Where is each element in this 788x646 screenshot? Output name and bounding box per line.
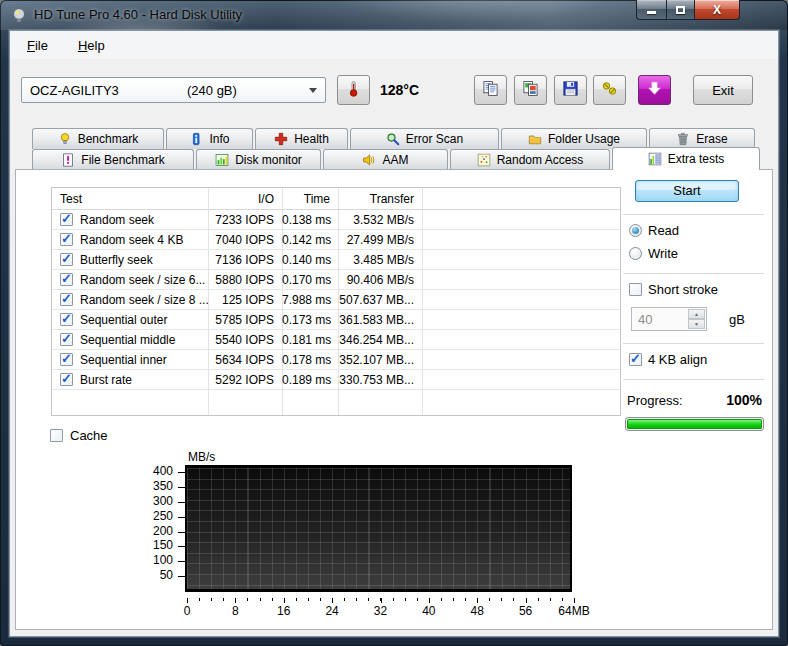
write-radio[interactable]: [629, 247, 642, 260]
minimize-button[interactable]: [636, 0, 666, 20]
column-header-transfer[interactable]: Transfer: [338, 192, 422, 206]
menu-file[interactable]: File: [19, 35, 56, 56]
transfer-value: 330.753 MB...: [338, 373, 422, 387]
x-tick-mark: [332, 598, 333, 603]
short-stroke-checkbox[interactable]: [629, 283, 642, 296]
tab-folder-usage[interactable]: Folder Usage: [501, 128, 647, 149]
spin-down-icon[interactable]: ▼: [688, 319, 705, 329]
x-minor-tick: [550, 598, 551, 601]
tab-file-benchmark[interactable]: File Benchmark: [32, 149, 194, 170]
row-checkbox[interactable]: [60, 253, 73, 266]
table-row[interactable]: Random seek / size 6... 5880 IOPS 0.170 …: [52, 270, 620, 290]
column-header-time[interactable]: Time: [282, 192, 338, 206]
tab-disk-monitor[interactable]: Disk monitor: [196, 149, 321, 170]
write-option[interactable]: Write: [629, 246, 766, 261]
cache-option[interactable]: Cache: [50, 428, 108, 443]
transfer-value: 90.406 MB/s: [338, 273, 422, 287]
row-checkbox[interactable]: [60, 293, 73, 306]
y-tick-label: 300: [153, 494, 173, 508]
y-tick-mark: [178, 472, 185, 473]
exit-button[interactable]: Exit: [693, 75, 753, 105]
chart-bars-icon: [215, 153, 229, 167]
spin-up-icon[interactable]: ▲: [688, 309, 705, 319]
temperature-button[interactable]: [337, 75, 370, 105]
progress-bar: [625, 417, 764, 431]
x-minor-tick: [453, 598, 454, 601]
copy-text-button[interactable]: [474, 75, 507, 105]
copy-image-button[interactable]: [514, 75, 547, 105]
row-checkbox[interactable]: [60, 353, 73, 366]
close-button[interactable]: X: [694, 0, 740, 20]
cache-checkbox[interactable]: [50, 429, 63, 442]
align-label: 4 KB align: [648, 352, 707, 367]
temperature-value: 128°C: [380, 82, 419, 98]
close-icon: X: [713, 4, 721, 16]
size-spinner[interactable]: 40 ▲ ▼: [631, 307, 707, 331]
update-button[interactable]: [638, 75, 671, 105]
options-button[interactable]: [593, 75, 626, 105]
time-value: 0.181 ms: [282, 333, 338, 347]
x-minor-tick: [393, 598, 394, 601]
chart-y-axis: 40035030025020015010050: [141, 465, 185, 598]
x-tick-label: 64MB: [558, 604, 589, 618]
row-checkbox[interactable]: [60, 373, 73, 386]
divider: [623, 273, 764, 274]
short-stroke-option[interactable]: Short stroke: [629, 282, 766, 297]
save-button[interactable]: [554, 75, 587, 105]
tab-health[interactable]: Health: [255, 128, 348, 149]
read-radio[interactable]: [629, 224, 642, 237]
tab-random-access[interactable]: Random Access: [450, 149, 610, 170]
table-row[interactable]: Random seek 7233 IOPS 0.138 ms 3.532 MB/…: [52, 210, 620, 230]
tab-extra-tests[interactable]: Extra tests: [612, 147, 760, 170]
table-row[interactable]: Random seek / size 8 ... 125 IOPS 7.988 …: [52, 290, 620, 310]
read-option[interactable]: Read: [629, 223, 766, 238]
align-option[interactable]: 4 KB align: [629, 352, 766, 367]
y-tick-label: 250: [153, 509, 173, 523]
maximize-button[interactable]: [666, 0, 694, 20]
row-checkbox[interactable]: [60, 333, 73, 346]
column-header-test[interactable]: Test: [52, 192, 208, 206]
test-name: Random seek: [80, 213, 154, 227]
y-tick-mark: [178, 561, 185, 562]
tab-aam[interactable]: AAM: [323, 149, 448, 170]
titlebar[interactable]: HD Tune Pro 4.60 - Hard Disk Utility X: [0, 0, 788, 30]
time-value: 7.988 ms: [282, 293, 338, 307]
table-row[interactable]: Sequential outer 5785 IOPS 0.173 ms 361.…: [52, 310, 620, 330]
table-row[interactable]: Sequential middle 5540 IOPS 0.181 ms 346…: [52, 330, 620, 350]
drive-select-dropdown[interactable]: OCZ-AGILITY3 (240 gB): [21, 77, 326, 103]
y-tick-label: 50: [160, 568, 173, 582]
row-checkbox[interactable]: [60, 313, 73, 326]
time-value: 0.142 ms: [282, 233, 338, 247]
x-minor-tick: [260, 598, 261, 601]
row-checkbox[interactable]: [60, 213, 73, 226]
tab-error-scan[interactable]: Error Scan: [350, 128, 499, 149]
test-name: Random seek / size 6...: [80, 273, 205, 287]
start-button[interactable]: Start: [635, 180, 739, 202]
io-value: 5634 IOPS: [208, 353, 282, 367]
x-minor-tick: [320, 598, 321, 601]
tab-info[interactable]: Info: [166, 128, 253, 149]
tab-row-1: Benchmark Info Health Error Scan Folder …: [32, 128, 764, 149]
x-minor-tick: [308, 598, 309, 601]
tab-erase[interactable]: Erase: [649, 128, 755, 149]
tab-benchmark[interactable]: Benchmark: [32, 128, 164, 149]
table-row[interactable]: Sequential inner 5634 IOPS 0.178 ms 352.…: [52, 350, 620, 370]
y-tick-label: 200: [153, 524, 173, 538]
time-value: 0.189 ms: [282, 373, 338, 387]
table-row[interactable]: Burst rate 5292 IOPS 0.189 ms 330.753 MB…: [52, 370, 620, 390]
size-row: 40 ▲ ▼ gB: [631, 307, 766, 331]
progress-label: Progress:: [627, 393, 683, 408]
table-row[interactable]: Butterfly seek 7136 IOPS 0.140 ms 3.485 …: [52, 250, 620, 270]
app-body: FileHelp OCZ-AGILITY3 (240 gB) 128°C Exi…: [9, 30, 779, 637]
test-name: Butterfly seek: [80, 253, 153, 267]
column-header-io[interactable]: I/O: [208, 192, 282, 206]
row-checkbox[interactable]: [60, 233, 73, 246]
menu-help[interactable]: Help: [70, 35, 113, 56]
side-panel: Start Read Write Short stroke 40: [621, 180, 766, 431]
chart-plot: [185, 465, 572, 592]
x-minor-tick: [405, 598, 406, 601]
align-checkbox[interactable]: [629, 353, 642, 366]
row-checkbox[interactable]: [60, 273, 73, 286]
table-row[interactable]: Random seek 4 KB 7040 IOPS 0.142 ms 27.4…: [52, 230, 620, 250]
y-tick-mark: [178, 546, 185, 547]
